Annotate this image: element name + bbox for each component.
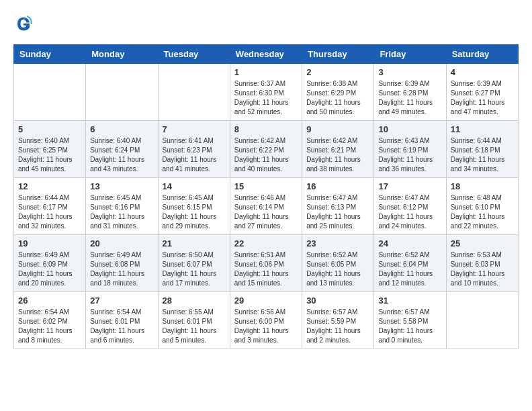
week-row-3: 12Sunrise: 6:44 AMSunset: 6:17 PMDayligh… bbox=[14, 178, 519, 235]
day-info: Sunrise: 6:43 AMSunset: 6:19 PMDaylight:… bbox=[378, 136, 441, 174]
day-number: 9 bbox=[306, 124, 369, 134]
day-number: 21 bbox=[163, 238, 226, 248]
day-number: 3 bbox=[378, 67, 441, 77]
weekday-header-thursday: Thursday bbox=[302, 45, 374, 64]
day-info: Sunrise: 6:54 AMSunset: 6:01 PMDaylight:… bbox=[90, 308, 153, 345]
day-cell: 4Sunrise: 6:39 AMSunset: 6:27 PMDaylight… bbox=[446, 64, 518, 121]
day-cell: 3Sunrise: 6:39 AMSunset: 6:28 PMDaylight… bbox=[374, 64, 446, 121]
day-info: Sunrise: 6:54 AMSunset: 6:02 PMDaylight:… bbox=[18, 308, 81, 345]
day-info: Sunrise: 6:44 AMSunset: 6:17 PMDaylight:… bbox=[18, 193, 81, 231]
day-cell: 9Sunrise: 6:42 AMSunset: 6:21 PMDaylight… bbox=[302, 121, 374, 178]
day-number: 8 bbox=[234, 124, 298, 134]
day-number: 31 bbox=[378, 295, 441, 306]
day-number: 11 bbox=[451, 124, 514, 134]
day-info: Sunrise: 6:55 AMSunset: 6:01 PMDaylight:… bbox=[163, 308, 226, 345]
day-number: 12 bbox=[18, 181, 81, 191]
day-cell: 17Sunrise: 6:47 AMSunset: 6:12 PMDayligh… bbox=[374, 178, 446, 235]
page-header bbox=[13, 13, 519, 34]
day-info: Sunrise: 6:49 AMSunset: 6:09 PMDaylight:… bbox=[18, 250, 81, 288]
weekday-header-saturday: Saturday bbox=[446, 45, 518, 64]
weekday-header-sunday: Sunday bbox=[14, 45, 86, 64]
day-number: 24 bbox=[378, 238, 441, 248]
day-info: Sunrise: 6:50 AMSunset: 6:07 PMDaylight:… bbox=[163, 250, 226, 288]
day-cell: 27Sunrise: 6:54 AMSunset: 6:01 PMDayligh… bbox=[86, 292, 158, 349]
day-number: 29 bbox=[234, 295, 298, 306]
day-number: 26 bbox=[18, 295, 81, 306]
day-info: Sunrise: 6:47 AMSunset: 6:13 PMDaylight:… bbox=[306, 193, 369, 231]
day-cell: 18Sunrise: 6:48 AMSunset: 6:10 PMDayligh… bbox=[446, 178, 518, 235]
day-info: Sunrise: 6:52 AMSunset: 6:04 PMDaylight:… bbox=[378, 250, 441, 288]
day-number: 16 bbox=[306, 181, 369, 191]
day-info: Sunrise: 6:39 AMSunset: 6:28 PMDaylight:… bbox=[378, 79, 441, 117]
day-number: 4 bbox=[451, 67, 514, 77]
day-info: Sunrise: 6:42 AMSunset: 6:21 PMDaylight:… bbox=[306, 136, 369, 174]
weekday-header-tuesday: Tuesday bbox=[158, 45, 230, 64]
day-info: Sunrise: 6:42 AMSunset: 6:22 PMDaylight:… bbox=[234, 136, 298, 174]
day-info: Sunrise: 6:39 AMSunset: 6:27 PMDaylight:… bbox=[451, 79, 514, 117]
weekday-header-friday: Friday bbox=[374, 45, 446, 64]
day-number: 13 bbox=[90, 181, 153, 191]
day-cell: 22Sunrise: 6:51 AMSunset: 6:06 PMDayligh… bbox=[230, 235, 302, 292]
day-info: Sunrise: 6:46 AMSunset: 6:14 PMDaylight:… bbox=[234, 193, 298, 231]
day-cell: 14Sunrise: 6:45 AMSunset: 6:15 PMDayligh… bbox=[158, 178, 230, 235]
day-number: 30 bbox=[306, 295, 369, 306]
day-number: 25 bbox=[451, 238, 514, 248]
day-info: Sunrise: 6:38 AMSunset: 6:29 PMDaylight:… bbox=[306, 79, 369, 117]
logo-icon bbox=[13, 13, 34, 34]
week-row-2: 5Sunrise: 6:40 AMSunset: 6:25 PMDaylight… bbox=[14, 121, 519, 178]
day-cell: 5Sunrise: 6:40 AMSunset: 6:25 PMDaylight… bbox=[14, 121, 86, 178]
day-info: Sunrise: 6:57 AMSunset: 5:59 PMDaylight:… bbox=[306, 308, 369, 345]
day-cell: 12Sunrise: 6:44 AMSunset: 6:17 PMDayligh… bbox=[14, 178, 86, 235]
day-cell: 19Sunrise: 6:49 AMSunset: 6:09 PMDayligh… bbox=[14, 235, 86, 292]
day-info: Sunrise: 6:45 AMSunset: 6:15 PMDaylight:… bbox=[163, 193, 226, 231]
weekday-header-row: SundayMondayTuesdayWednesdayThursdayFrid… bbox=[14, 45, 519, 64]
day-cell: 21Sunrise: 6:50 AMSunset: 6:07 PMDayligh… bbox=[158, 235, 230, 292]
day-number: 10 bbox=[378, 124, 441, 134]
day-info: Sunrise: 6:45 AMSunset: 6:16 PMDaylight:… bbox=[90, 193, 153, 231]
day-cell bbox=[86, 64, 158, 121]
day-number: 5 bbox=[18, 124, 81, 134]
day-info: Sunrise: 6:52 AMSunset: 6:05 PMDaylight:… bbox=[306, 250, 369, 288]
day-number: 1 bbox=[234, 67, 298, 77]
day-number: 20 bbox=[90, 238, 153, 248]
day-info: Sunrise: 6:57 AMSunset: 5:58 PMDaylight:… bbox=[378, 308, 441, 345]
logo bbox=[13, 13, 35, 34]
day-cell: 29Sunrise: 6:56 AMSunset: 6:00 PMDayligh… bbox=[230, 292, 302, 349]
day-cell: 24Sunrise: 6:52 AMSunset: 6:04 PMDayligh… bbox=[374, 235, 446, 292]
day-info: Sunrise: 6:40 AMSunset: 6:25 PMDaylight:… bbox=[18, 136, 81, 174]
day-number: 27 bbox=[90, 295, 153, 306]
day-number: 19 bbox=[18, 238, 81, 248]
day-cell: 11Sunrise: 6:44 AMSunset: 6:18 PMDayligh… bbox=[446, 121, 518, 178]
day-cell bbox=[446, 292, 518, 349]
day-cell bbox=[14, 64, 86, 121]
day-cell: 28Sunrise: 6:55 AMSunset: 6:01 PMDayligh… bbox=[158, 292, 230, 349]
day-number: 22 bbox=[234, 238, 298, 248]
day-cell: 8Sunrise: 6:42 AMSunset: 6:22 PMDaylight… bbox=[230, 121, 302, 178]
calendar: SundayMondayTuesdayWednesdayThursdayFrid… bbox=[13, 44, 519, 349]
day-info: Sunrise: 6:40 AMSunset: 6:24 PMDaylight:… bbox=[90, 136, 153, 174]
day-number: 28 bbox=[163, 295, 226, 306]
day-cell: 30Sunrise: 6:57 AMSunset: 5:59 PMDayligh… bbox=[302, 292, 374, 349]
day-number: 6 bbox=[90, 124, 153, 134]
weekday-header-wednesday: Wednesday bbox=[230, 45, 302, 64]
day-cell: 10Sunrise: 6:43 AMSunset: 6:19 PMDayligh… bbox=[374, 121, 446, 178]
day-cell: 7Sunrise: 6:41 AMSunset: 6:23 PMDaylight… bbox=[158, 121, 230, 178]
day-number: 17 bbox=[378, 181, 441, 191]
week-row-4: 19Sunrise: 6:49 AMSunset: 6:09 PMDayligh… bbox=[14, 235, 519, 292]
day-cell: 6Sunrise: 6:40 AMSunset: 6:24 PMDaylight… bbox=[86, 121, 158, 178]
day-info: Sunrise: 6:56 AMSunset: 6:00 PMDaylight:… bbox=[234, 308, 298, 345]
day-info: Sunrise: 6:49 AMSunset: 6:08 PMDaylight:… bbox=[90, 250, 153, 288]
day-number: 2 bbox=[306, 67, 369, 77]
day-cell: 15Sunrise: 6:46 AMSunset: 6:14 PMDayligh… bbox=[230, 178, 302, 235]
day-info: Sunrise: 6:51 AMSunset: 6:06 PMDaylight:… bbox=[234, 250, 298, 288]
day-cell: 20Sunrise: 6:49 AMSunset: 6:08 PMDayligh… bbox=[86, 235, 158, 292]
day-cell: 26Sunrise: 6:54 AMSunset: 6:02 PMDayligh… bbox=[14, 292, 86, 349]
day-cell: 13Sunrise: 6:45 AMSunset: 6:16 PMDayligh… bbox=[86, 178, 158, 235]
day-info: Sunrise: 6:41 AMSunset: 6:23 PMDaylight:… bbox=[163, 136, 226, 174]
weekday-header-monday: Monday bbox=[86, 45, 158, 64]
day-number: 15 bbox=[234, 181, 298, 191]
week-row-5: 26Sunrise: 6:54 AMSunset: 6:02 PMDayligh… bbox=[14, 292, 519, 349]
day-cell: 2Sunrise: 6:38 AMSunset: 6:29 PMDaylight… bbox=[302, 64, 374, 121]
day-info: Sunrise: 6:44 AMSunset: 6:18 PMDaylight:… bbox=[451, 136, 514, 174]
day-number: 23 bbox=[306, 238, 369, 248]
